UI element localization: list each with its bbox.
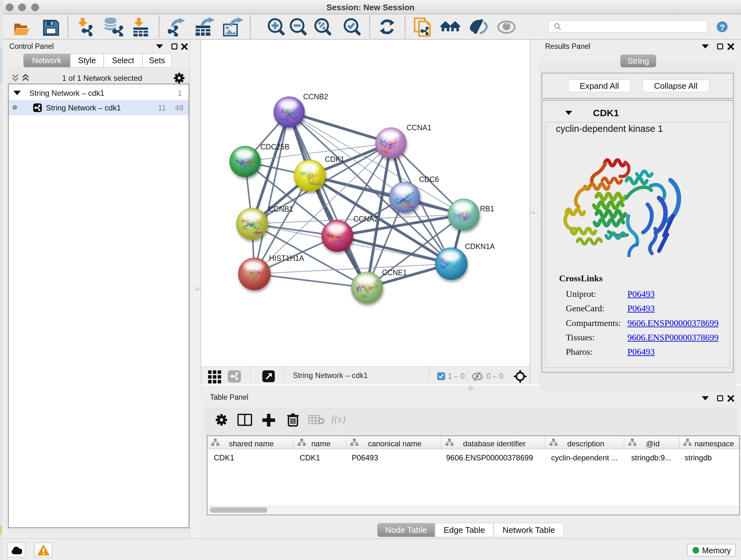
- svg-text:CCNB1: CCNB1: [268, 205, 293, 213]
- svg-text:CDKN1A: CDKN1A: [465, 242, 495, 251]
- svg-text:CCNA2: CCNA2: [353, 215, 378, 223]
- svg-text:CCNA1: CCNA1: [407, 124, 431, 132]
- svg-text:HIST1H1A: HIST1H1A: [269, 254, 305, 262]
- svg-text:CCNE1: CCNE1: [382, 268, 407, 277]
- svg-text:CDC6: CDC6: [419, 175, 439, 184]
- svg-text:CCNB2: CCNB2: [303, 92, 328, 101]
- svg-text:RB1: RB1: [480, 205, 494, 213]
- svg-text:CDK1: CDK1: [325, 155, 344, 164]
- svg-text:CDC25B: CDC25B: [260, 143, 289, 151]
